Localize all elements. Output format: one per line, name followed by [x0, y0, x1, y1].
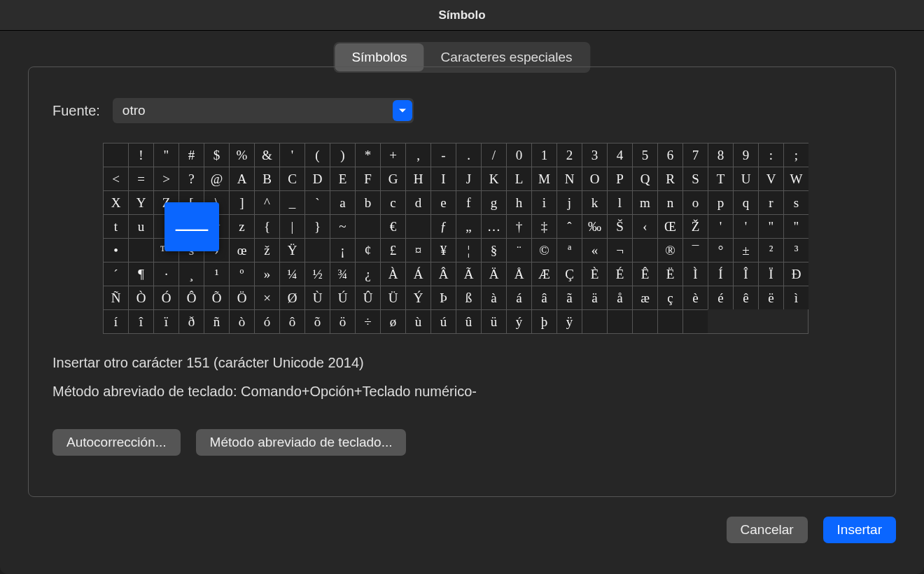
char-cell[interactable]: Ž	[682, 214, 708, 238]
char-cell[interactable]: .	[456, 143, 481, 167]
insert-button[interactable]: Insertar	[823, 517, 896, 543]
char-cell[interactable]: 0	[506, 143, 531, 167]
char-cell[interactable]: ¨	[506, 238, 531, 262]
char-cell[interactable]: ¾	[330, 262, 355, 286]
char-cell[interactable]: '	[279, 143, 304, 167]
char-cell[interactable]: ‰	[582, 214, 607, 238]
char-cell[interactable]: q	[733, 190, 758, 214]
char-cell[interactable]: …	[481, 214, 506, 238]
char-cell[interactable]: >	[153, 167, 178, 190]
char-cell[interactable]: &	[254, 143, 279, 167]
char-cell[interactable]: u	[128, 214, 153, 238]
char-cell[interactable]: Á	[405, 262, 430, 286]
char-cell[interactable]: „	[456, 214, 481, 238]
char-cell[interactable]: ½	[304, 262, 330, 286]
cancel-button[interactable]: Cancelar	[727, 517, 808, 543]
char-cell[interactable]: ù	[405, 309, 430, 333]
char-cell[interactable]: ¸	[178, 262, 204, 286]
char-cell[interactable]: õ	[304, 309, 330, 333]
char-cell[interactable]: '	[733, 214, 758, 238]
char-cell[interactable]: _	[279, 190, 304, 214]
char-cell[interactable]: Ù	[304, 286, 330, 309]
char-cell[interactable]: ª	[556, 238, 582, 262]
char-cell[interactable]: /	[481, 143, 506, 167]
char-cell[interactable]	[355, 214, 380, 238]
char-cell[interactable]: Õ	[204, 286, 229, 309]
char-cell[interactable]: 4	[607, 143, 632, 167]
char-cell[interactable]: ƒ	[430, 214, 456, 238]
char-cell[interactable]: ?	[178, 167, 204, 190]
char-cell[interactable]: ;	[783, 143, 808, 167]
char-cell[interactable]: à	[481, 286, 506, 309]
char-cell[interactable]: d	[405, 190, 430, 214]
char-cell[interactable]: À	[380, 262, 405, 286]
char-cell[interactable]: c	[380, 190, 405, 214]
char-cell[interactable]: Ï	[758, 262, 783, 286]
char-cell[interactable]: k	[582, 190, 607, 214]
char-cell[interactable]: Ð	[783, 262, 808, 286]
char-cell[interactable]: ¤	[405, 238, 430, 262]
char-cell[interactable]: 5	[632, 143, 657, 167]
char-cell[interactable]: E	[330, 167, 355, 190]
char-cell[interactable]: R	[657, 167, 682, 190]
char-cell[interactable]: ¹	[204, 262, 229, 286]
char-cell[interactable]: "	[153, 143, 178, 167]
char-cell[interactable]: ´	[103, 262, 128, 286]
char-cell[interactable]	[657, 309, 682, 333]
char-cell[interactable]: ä	[582, 286, 607, 309]
char-cell[interactable]: 7	[682, 143, 708, 167]
char-cell[interactable]: :	[758, 143, 783, 167]
char-cell[interactable]: #	[178, 143, 204, 167]
char-cell[interactable]: "	[783, 214, 808, 238]
char-cell[interactable]: ì	[783, 286, 808, 309]
char-cell[interactable]: Ó	[153, 286, 178, 309]
char-cell[interactable]: í	[103, 309, 128, 333]
char-cell[interactable]: è	[682, 286, 708, 309]
char-cell[interactable]: Å	[506, 262, 531, 286]
char-cell[interactable]: h	[506, 190, 531, 214]
char-cell[interactable]: ú	[430, 309, 456, 333]
char-cell[interactable]: ê	[733, 286, 758, 309]
char-cell[interactable]: Œ	[657, 214, 682, 238]
char-cell[interactable]	[607, 309, 632, 333]
char-cell[interactable]: s	[783, 190, 808, 214]
char-cell[interactable]: C	[279, 167, 304, 190]
char-cell[interactable]: P	[607, 167, 632, 190]
char-cell[interactable]: ­	[632, 238, 657, 262]
char-cell[interactable]: Þ	[430, 286, 456, 309]
char-cell[interactable]: Q	[632, 167, 657, 190]
char-cell[interactable]: K	[481, 167, 506, 190]
keyboard-shortcut-button[interactable]: Método abreviado de teclado...	[196, 429, 407, 456]
char-cell[interactable]: Ã	[456, 262, 481, 286]
char-cell[interactable]: ÿ	[556, 309, 582, 333]
char-cell[interactable]: â	[531, 286, 556, 309]
char-cell[interactable]: 1	[531, 143, 556, 167]
char-cell[interactable]: ž	[254, 238, 279, 262]
char-cell[interactable]: t	[103, 214, 128, 238]
char-cell[interactable]: ——	[178, 214, 204, 238]
char-cell[interactable]: o	[682, 190, 708, 214]
char-cell[interactable]: ô	[279, 309, 304, 333]
char-cell[interactable]: ²	[758, 238, 783, 262]
char-cell[interactable]: n	[657, 190, 682, 214]
char-cell[interactable]: †	[506, 214, 531, 238]
char-cell[interactable]: j	[556, 190, 582, 214]
char-cell[interactable]: ¶	[128, 262, 153, 286]
char-cell[interactable]: »	[254, 262, 279, 286]
char-cell[interactable]: r	[758, 190, 783, 214]
char-cell[interactable]: =	[128, 167, 153, 190]
char-cell[interactable]: Ÿ	[279, 238, 304, 262]
char-cell[interactable]: N	[556, 167, 582, 190]
char-cell[interactable]: A	[229, 167, 254, 190]
char-cell[interactable]: `	[304, 190, 330, 214]
char-cell[interactable]: ©	[531, 238, 556, 262]
char-cell[interactable]: Ë	[657, 262, 682, 286]
char-cell[interactable]: ®	[657, 238, 682, 262]
char-cell[interactable]: È	[582, 262, 607, 286]
char-cell[interactable]: ³	[783, 238, 808, 262]
char-cell[interactable]: ^	[254, 190, 279, 214]
char-cell[interactable]: Š	[607, 214, 632, 238]
char-cell[interactable]: e	[430, 190, 456, 214]
char-cell[interactable]: ,	[405, 143, 430, 167]
char-cell[interactable]: S	[682, 167, 708, 190]
